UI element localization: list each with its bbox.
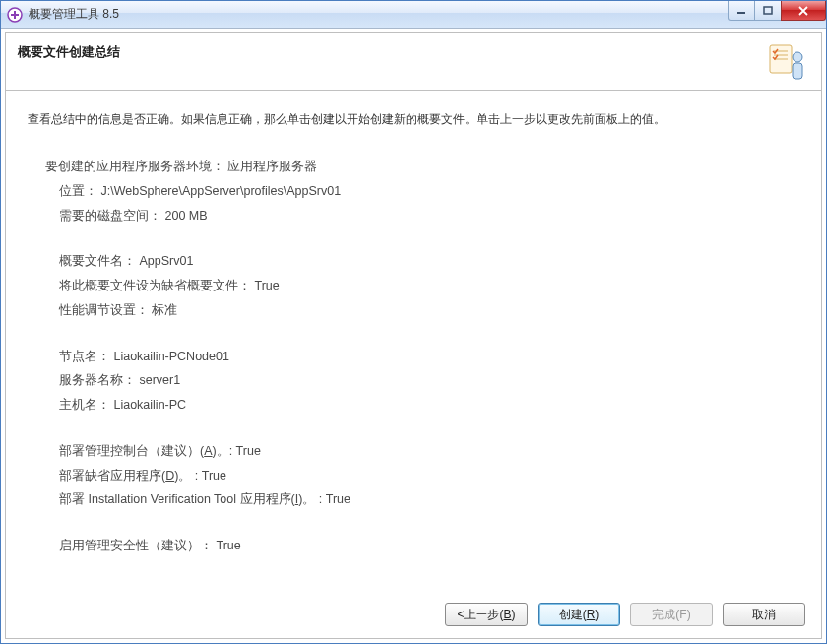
maximize-button[interactable]: [754, 1, 782, 21]
summary-admin-security: 启用管理安全性（建议）： True: [45, 537, 782, 555]
cancel-button[interactable]: 取消: [723, 603, 805, 626]
app-icon: [7, 7, 23, 23]
summary-profile-name: 概要文件名： AppSrv01: [45, 252, 782, 271]
summary-default-profile: 将此概要文件设为缺省概要文件： True: [45, 277, 782, 295]
titlebar[interactable]: 概要管理工具 8.5: [1, 1, 826, 29]
page-title: 概要文件创建总结: [18, 43, 120, 61]
finish-button: 完成(F): [630, 603, 713, 626]
window-title: 概要管理工具 8.5: [29, 6, 119, 23]
svg-rect-1: [737, 12, 745, 14]
svg-rect-8: [793, 63, 802, 79]
summary-host-name: 主机名： Liaokailin-PC: [45, 396, 782, 415]
summary-perf: 性能调节设置： 标准: [45, 301, 782, 320]
summary-env: 要创建的应用程序服务器环境： 应用程序服务器: [45, 158, 782, 176]
summary-admin-console: 部署管理控制台（建议）(A)。: True: [45, 442, 782, 461]
instruction-text: 查看总结中的信息是否正确。如果信息正确，那么单击创建以开始创建新的概要文件。单击…: [28, 110, 799, 128]
svg-point-7: [793, 52, 802, 62]
summary-server-name: 服务器名称： server1: [45, 371, 782, 390]
page-content: 概要文件创建总结 查看总结中的信息是否正确。如果信息正确，那么单击创建以开始创建…: [5, 32, 822, 639]
close-button[interactable]: [781, 1, 826, 21]
create-button[interactable]: 创建(R): [538, 603, 620, 626]
summary-location: 位置： J:\WebSphere\AppServer\profiles\AppS…: [45, 182, 782, 201]
summary-disk: 需要的磁盘空间： 200 MB: [45, 207, 782, 225]
svg-rect-2: [764, 7, 772, 14]
app-window: 概要管理工具 8.5 概要文件创建总结: [0, 0, 827, 644]
summary-box: 要创建的应用程序服务器环境： 应用程序服务器 位置： J:\WebSphere\…: [28, 150, 799, 555]
minimize-button[interactable]: [728, 1, 755, 21]
window-controls: [729, 1, 826, 21]
summary-default-app: 部署缺省应用程序(D)。 : True: [45, 467, 782, 485]
summary-node-name: 节点名： Liaokailin-PCNode01: [45, 348, 782, 366]
header-panel: 概要文件创建总结: [6, 33, 821, 91]
body-panel: 查看总结中的信息是否正确。如果信息正确，那么单击创建以开始创建新的概要文件。单击…: [6, 91, 821, 592]
button-bar: <上一步(B) 创建(R) 完成(F) 取消: [6, 592, 821, 638]
summary-ivt: 部署 Installation Verification Tool 应用程序(I…: [45, 490, 782, 509]
summary-icon: [768, 43, 809, 85]
back-button[interactable]: <上一步(B): [445, 603, 528, 626]
